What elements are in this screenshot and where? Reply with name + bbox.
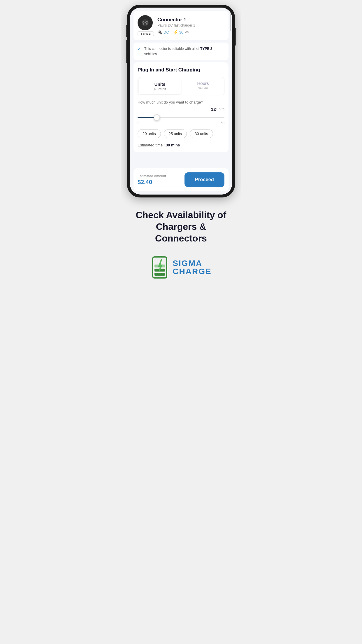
connector-name: Connector 1 [157,17,224,23]
plug-icon: 🔌 [157,30,162,34]
connector-card: TYPE 2 Connector 1 Paul's DC fast charge… [133,11,229,40]
quantity-value: 12 [211,107,216,112]
svg-rect-9 [157,256,163,258]
phone-screen: TYPE 2 Connector 1 Paul's DC fast charge… [130,8,232,195]
power-value: 30 [179,30,183,34]
proceed-button[interactable]: Proceed [184,172,224,187]
phone-frame: TYPE 2 Connector 1 Paul's DC fast charge… [127,5,235,197]
compat-text: This connector is suitable with all of T… [144,46,224,57]
tab-hours-price: $4.8/hr [184,86,222,90]
svg-point-4 [146,23,148,25]
tab-units[interactable]: Units $0.2/unit [139,78,181,94]
slider-max: 60 [221,121,224,125]
spacer [130,154,232,166]
quick-select: 20 units 25 units 30 units [138,129,224,138]
connector-icon-wrap: TYPE 2 [138,15,154,36]
quantity-unit: units [217,107,224,112]
logo-container: SIGMA CHARGE [126,256,236,279]
bottom-bar: Estimated Amount $2.40 Proceed [133,168,229,191]
compat-notice: ✓ This connector is suitable with all of… [133,43,229,60]
estimated-value: 30 mins [166,143,180,147]
svg-point-1 [143,21,144,22]
checkmark-icon: ✓ [138,46,141,52]
dc-label: DC [164,30,169,34]
quick-30[interactable]: 30 units [190,129,213,138]
below-content: Check Availability of Chargers & Connect… [121,197,241,288]
tagline: Check Availability of Chargers & Connect… [134,209,228,244]
tab-units-label: Units [141,82,179,87]
spec-power: ⚡ 30 kW [173,30,189,34]
logo-charge: CHARGE [173,267,211,276]
lightning-icon: ⚡ [173,30,178,34]
slider-container[interactable] [138,114,224,119]
quick-20[interactable]: 20 units [138,129,161,138]
svg-point-3 [143,23,144,25]
estimated-label: Estimated time : [138,143,166,147]
type-badge: TYPE 2 [138,32,154,36]
spec-dc: 🔌 DC [157,30,169,34]
charger-name: Paul's DC fast charger 1 [157,23,224,27]
estimated-time: Estimated time : 30 mins [138,143,224,147]
svg-point-7 [147,22,148,23]
connector-specs: 🔌 DC ⚡ 30 kW [157,30,224,34]
amount-label: Estimated Amount [138,174,184,178]
amount-section: Estimated Amount $2.40 [138,174,184,186]
logo-text: SIGMA CHARGE [173,259,211,276]
page-wrapper: TYPE 2 Connector 1 Paul's DC fast charge… [121,0,241,288]
connector-icon [138,15,153,30]
svg-rect-10 [154,273,165,276]
svg-point-2 [146,21,148,22]
logo-sigma: SIGMA [173,259,202,267]
svg-point-6 [142,22,143,23]
amount-value: $2.40 [138,179,184,186]
screen-content: TYPE 2 Connector 1 Paul's DC fast charge… [130,11,232,191]
sigma-charge-logo-icon [150,256,169,279]
slider-labels: 0 60 [138,121,224,125]
power-unit: kW [184,30,189,34]
tab-hours[interactable]: Hours $4.8/hr [182,77,224,95]
quantity-value-row: 12 units [138,107,224,112]
section-title: Plug In and Start Charging [138,67,224,73]
charging-section: Plug In and Start Charging Units $0.2/un… [133,62,229,152]
type-highlight: TYPE 2 [200,47,212,51]
tab-hours-label: Hours [184,81,222,86]
quantity-slider[interactable] [138,117,224,118]
connector-info: Connector 1 Paul's DC fast charger 1 🔌 D… [157,17,224,34]
tab-selector: Units $0.2/unit Hours $4.8/hr [138,77,224,95]
quantity-question: How much unit do you want to charge? [138,100,224,104]
svg-point-5 [145,22,146,23]
ev-connector-icon [140,18,150,27]
tab-units-price: $0.2/unit [141,87,179,91]
connector-header: TYPE 2 Connector 1 Paul's DC fast charge… [138,15,224,36]
quick-25[interactable]: 25 units [164,129,187,138]
slider-min: 0 [138,121,140,125]
